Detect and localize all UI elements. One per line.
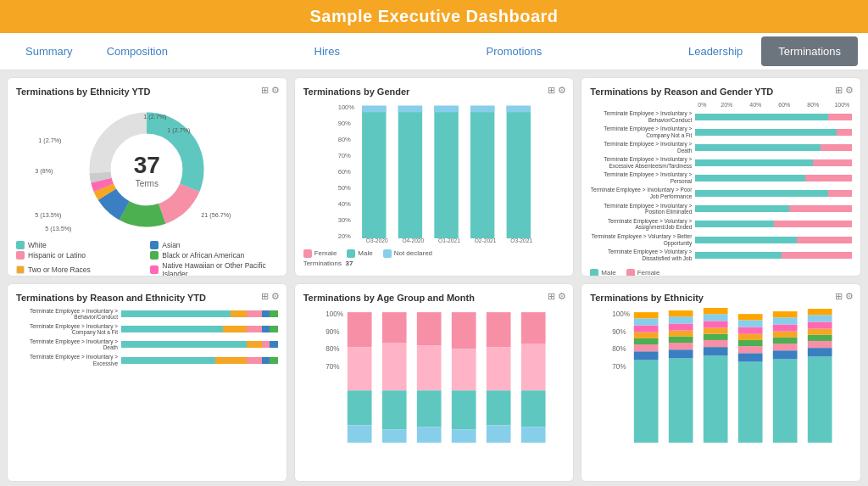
svg-rect-27 <box>398 106 421 113</box>
svg-text:70%: 70% <box>613 362 626 370</box>
svg-rect-112 <box>808 348 832 356</box>
svg-rect-104 <box>773 350 798 359</box>
svg-rect-97 <box>738 346 763 353</box>
card-ethnicity-ytd: Terminations by Ethnicity YTD ⊞ ⚙ <box>7 77 287 277</box>
svg-rect-25 <box>362 106 386 113</box>
reason-ethnicity-row-4: Terminate Employee > Involuntary > Exces… <box>16 354 278 367</box>
svg-text:80%: 80% <box>337 136 350 143</box>
svg-rect-72 <box>634 351 659 360</box>
svg-rect-107 <box>773 331 798 337</box>
svg-rect-109 <box>773 317 798 324</box>
reason-gender-row: Terminate Employee > Voluntary > Better … <box>590 233 852 247</box>
svg-text:Q4-2020: Q4-2020 <box>402 237 424 243</box>
svg-rect-108 <box>773 324 798 331</box>
reason-ethnicity-row-1: Terminate Employee > Involuntary > Behav… <box>16 308 278 321</box>
svg-rect-117 <box>808 315 832 321</box>
svg-rect-75 <box>634 332 659 338</box>
svg-rect-44 <box>347 347 371 390</box>
svg-rect-88 <box>704 347 728 355</box>
card-age-group: Terminations by Age Group and Month ⊞ ⚙ … <box>294 283 575 483</box>
svg-rect-91 <box>704 327 728 333</box>
ethnicity-chart: 100% 90% 80% 70% <box>590 308 852 455</box>
svg-text:60%: 60% <box>337 168 350 176</box>
svg-rect-31 <box>470 106 494 113</box>
svg-text:Q3-2021: Q3-2021 <box>510 237 532 243</box>
reason-gender-legend-female: Female <box>626 269 660 277</box>
svg-rect-92 <box>704 321 728 327</box>
reason-gender-row: Terminate Employee > Voluntary > Dissati… <box>590 249 852 262</box>
svg-rect-28 <box>434 106 458 238</box>
gender-legend-male: Male <box>347 249 372 258</box>
svg-rect-50 <box>381 429 406 442</box>
card-icons-age-group: ⊞ ⚙ <box>548 291 566 302</box>
svg-rect-113 <box>808 340 832 347</box>
svg-text:20%: 20% <box>337 232 350 240</box>
svg-rect-24 <box>362 106 386 238</box>
svg-rect-98 <box>738 339 763 345</box>
nav-item-terminations[interactable]: Terminations <box>761 36 858 66</box>
svg-rect-60 <box>486 347 510 390</box>
svg-rect-101 <box>738 320 763 327</box>
card-title-reason-gender: Terminations by Reason and Gender YTD <box>590 87 852 97</box>
svg-rect-89 <box>704 339 728 346</box>
svg-rect-85 <box>669 316 693 323</box>
legend-hispanic: Hispanic or Latino <box>16 251 143 260</box>
legend-white: White <box>16 241 143 249</box>
svg-rect-95 <box>738 361 763 442</box>
svg-rect-118 <box>808 309 832 315</box>
svg-rect-86 <box>669 310 693 316</box>
gender-legend-not-declared: Not declared <box>383 249 432 258</box>
svg-rect-48 <box>381 343 406 390</box>
svg-rect-100 <box>738 327 763 333</box>
reason-gender-row: Terminate Employee > Voluntary > Assignm… <box>590 218 852 232</box>
legend-two-races: Two or More Races <box>16 261 143 277</box>
dashboard-grid: Terminations by Ethnicity YTD ⊞ ⚙ <box>0 70 868 486</box>
card-title-reason-ethnicity: Terminations by Reason and Ethnicity YTD <box>16 293 278 303</box>
svg-text:80%: 80% <box>326 345 339 353</box>
age-group-chart: 100% 90% 80% 70% <box>303 308 565 455</box>
svg-text:Q1-2021: Q1-2021 <box>438 237 460 243</box>
svg-rect-59 <box>486 312 510 347</box>
donut-label: Terms <box>134 179 160 188</box>
svg-text:30%: 30% <box>337 216 350 224</box>
card-ethnicity: Terminations by Ethnicity ⊞ ⚙ 100% 90% 8… <box>581 283 861 483</box>
nav-bar: Summary Composition Hires Promotions Lea… <box>0 33 868 70</box>
svg-text:90%: 90% <box>326 327 339 335</box>
svg-rect-46 <box>347 425 371 443</box>
nav-item-leadership[interactable]: Leadership <box>671 36 760 66</box>
svg-rect-84 <box>669 323 693 330</box>
nav-item-hires[interactable]: Hires <box>298 36 357 66</box>
svg-rect-82 <box>669 336 693 342</box>
svg-rect-58 <box>451 429 476 442</box>
svg-rect-63 <box>520 312 545 344</box>
reason-gender-row: Terminate Employee > Involuntary > Compa… <box>590 126 852 139</box>
svg-rect-78 <box>634 312 659 318</box>
svg-text:100%: 100% <box>613 310 631 318</box>
svg-rect-61 <box>486 390 510 425</box>
svg-rect-87 <box>704 355 728 443</box>
svg-text:100%: 100% <box>326 310 343 318</box>
nav-item-summary[interactable]: Summary <box>8 36 90 66</box>
svg-rect-30 <box>470 106 494 238</box>
svg-rect-114 <box>808 334 832 340</box>
svg-rect-99 <box>738 333 763 339</box>
svg-rect-103 <box>773 359 798 442</box>
svg-rect-90 <box>704 333 728 339</box>
gender-legend-female: Female <box>303 249 337 258</box>
nav-item-promotions[interactable]: Promotions <box>470 36 559 66</box>
svg-text:80%: 80% <box>613 345 626 353</box>
reason-gender-row: Terminate Employee > Involuntary > Poor … <box>590 187 852 200</box>
card-icons-ethnicity: ⊞ ⚙ <box>261 85 280 96</box>
svg-rect-43 <box>347 312 371 347</box>
svg-rect-73 <box>634 344 659 351</box>
gender-terminations-label: Terminations 37 <box>303 260 565 267</box>
legend-black: Black or African American <box>150 251 277 260</box>
svg-rect-77 <box>634 318 659 325</box>
svg-rect-33 <box>506 106 530 113</box>
svg-rect-62 <box>486 425 510 443</box>
svg-rect-83 <box>669 330 693 336</box>
gender-bar-chart: 100% 90% 80% 70% 60% 50% 40% 30% 20% <box>303 102 565 243</box>
svg-text:70%: 70% <box>337 152 350 159</box>
reason-gender-legend-male: Male <box>590 269 615 277</box>
nav-item-composition[interactable]: Composition <box>90 36 185 66</box>
